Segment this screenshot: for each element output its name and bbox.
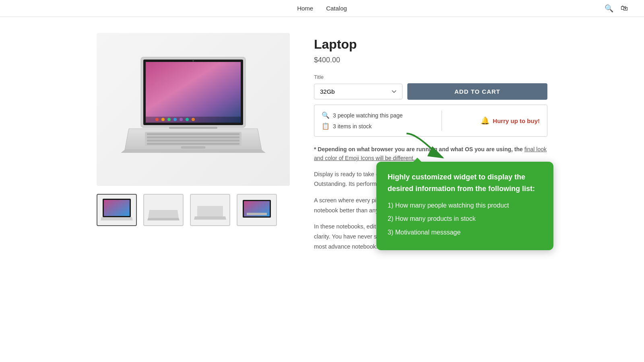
svg-rect-17 bbox=[181, 146, 205, 148]
hurry-text: 🔔 Hurry up to buy! bbox=[481, 116, 540, 125]
svg-rect-2 bbox=[146, 62, 241, 123]
svg-rect-21 bbox=[197, 206, 223, 216]
title-label: Title bbox=[314, 74, 547, 80]
stock-text: 3 items in stock bbox=[333, 123, 372, 130]
variant-select[interactable]: 32Gb 64Gb 128Gb bbox=[314, 84, 402, 99]
nav-catalog[interactable]: Catalog bbox=[326, 5, 347, 12]
svg-point-9 bbox=[186, 118, 189, 121]
product-info: Laptop $400.00 Title 32Gb 64Gb 128Gb ADD… bbox=[314, 33, 547, 258]
thumbnail-3[interactable] bbox=[190, 194, 230, 226]
svg-point-5 bbox=[161, 118, 165, 121]
svg-rect-20 bbox=[104, 200, 130, 216]
thumbnail-1[interactable] bbox=[97, 194, 137, 226]
add-to-cart-row: 32Gb 64Gb 128Gb ADD TO CART bbox=[314, 83, 547, 100]
navbar: Home Catalog 🔍 🛍 bbox=[0, 0, 644, 17]
thumbnail-4[interactable] bbox=[237, 194, 277, 226]
main-product-image bbox=[97, 33, 290, 186]
widget-info-left: 🔍 3 people watching this page 📋 3 items … bbox=[322, 111, 403, 130]
svg-point-6 bbox=[167, 118, 171, 121]
nav-home[interactable]: Home bbox=[297, 5, 313, 12]
search-icon[interactable]: 🔍 bbox=[605, 4, 613, 13]
tooltip-title: Highly customized widget to display the … bbox=[388, 171, 542, 195]
product-images bbox=[97, 33, 290, 258]
tooltip-item-1: 1) How many people watching this product bbox=[388, 200, 542, 211]
fire-icon: 🔔 bbox=[481, 116, 489, 125]
svg-rect-15 bbox=[147, 140, 239, 142]
svg-rect-13 bbox=[147, 133, 239, 135]
page-content: Laptop $400.00 Title 32Gb 64Gb 128Gb ADD… bbox=[80, 33, 564, 258]
tooltip-list: 1) How many people watching this product… bbox=[388, 200, 542, 238]
nav-right: 🔍 🛍 bbox=[605, 4, 628, 13]
search-small-icon: 🔍 bbox=[322, 111, 330, 119]
nav-links: Home Catalog bbox=[297, 5, 347, 12]
svg-point-8 bbox=[180, 118, 183, 121]
watching-text: 3 people watching this page bbox=[333, 112, 403, 119]
svg-rect-11 bbox=[169, 127, 217, 129]
svg-point-4 bbox=[155, 118, 159, 121]
svg-rect-16 bbox=[147, 143, 239, 145]
thumbnail-row bbox=[97, 194, 290, 226]
product-price: $400.00 bbox=[314, 56, 547, 64]
product-title: Laptop bbox=[314, 37, 547, 52]
widget-box: 🔍 3 people watching this page 📋 3 items … bbox=[314, 105, 547, 137]
svg-point-10 bbox=[192, 118, 195, 121]
svg-point-18 bbox=[192, 60, 194, 62]
green-tooltip: Highly customized widget to display the … bbox=[376, 162, 553, 250]
svg-point-7 bbox=[173, 118, 177, 121]
add-to-cart-button[interactable]: ADD TO CART bbox=[407, 83, 547, 100]
emoji-note: * Depending on what browser you are runn… bbox=[314, 145, 547, 163]
tooltip-item-3: 3) Motivational messsage bbox=[388, 227, 542, 238]
watching-row: 🔍 3 people watching this page bbox=[322, 111, 403, 119]
thumbnail-2[interactable] bbox=[143, 194, 184, 226]
tooltip-item-2: 2) How many products in stock bbox=[388, 214, 542, 224]
cart-icon[interactable]: 🛍 bbox=[621, 4, 628, 12]
widget-divider bbox=[442, 111, 442, 131]
clipboard-icon: 📋 bbox=[322, 122, 330, 130]
svg-rect-24 bbox=[247, 213, 267, 215]
stock-row: 📋 3 items in stock bbox=[322, 122, 403, 130]
svg-rect-14 bbox=[147, 136, 239, 138]
